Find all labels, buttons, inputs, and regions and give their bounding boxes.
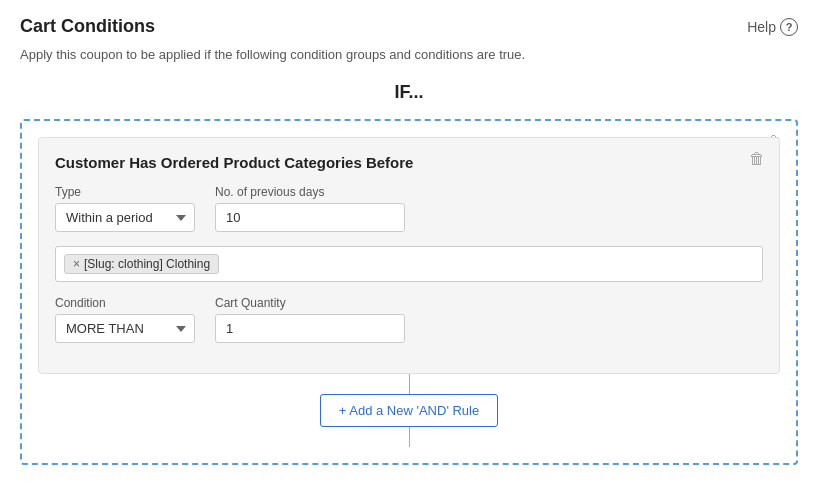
type-group: Type Within a period All time Specific d… [55,185,195,232]
condition-card: 🗑 Customer Has Ordered Product Categorie… [38,137,780,374]
tags-container[interactable]: × [Slug: clothing] Clothing [55,246,763,282]
condition-label: Condition [55,296,195,310]
help-link[interactable]: Help ? [747,18,798,36]
type-label: Type [55,185,195,199]
condition-quantity-row: Condition MORE THAN LESS THAN EQUAL TO C… [55,296,763,343]
if-label: IF... [20,82,798,103]
card-title: Customer Has Ordered Product Categories … [55,154,763,171]
help-icon: ? [780,18,798,36]
type-select[interactable]: Within a period All time Specific date [55,203,195,232]
tag-remove-icon[interactable]: × [73,258,80,270]
quantity-group: Cart Quantity [215,296,405,343]
type-days-row: Type Within a period All time Specific d… [55,185,763,232]
page-title: Cart Conditions [20,16,155,37]
quantity-input[interactable] [215,314,405,343]
days-input[interactable] [215,203,405,232]
quantity-label: Cart Quantity [215,296,405,310]
tag-clothing[interactable]: × [Slug: clothing] Clothing [64,254,219,274]
days-label: No. of previous days [215,185,405,199]
add-rule-button[interactable]: + Add a New 'AND' Rule [320,394,498,427]
outer-container: 🗑 🗑 Customer Has Ordered Product Categor… [20,119,798,465]
tag-label: [Slug: clothing] Clothing [84,257,210,271]
condition-select[interactable]: MORE THAN LESS THAN EQUAL TO [55,314,195,343]
condition-group: Condition MORE THAN LESS THAN EQUAL TO [55,296,195,343]
days-group: No. of previous days [215,185,405,232]
page-description: Apply this coupon to be applied if the f… [20,47,798,62]
card-delete-button[interactable]: 🗑 [745,148,769,170]
connector-line-top [38,374,780,394]
connector-line-bottom [38,427,780,447]
help-label: Help [747,19,776,35]
